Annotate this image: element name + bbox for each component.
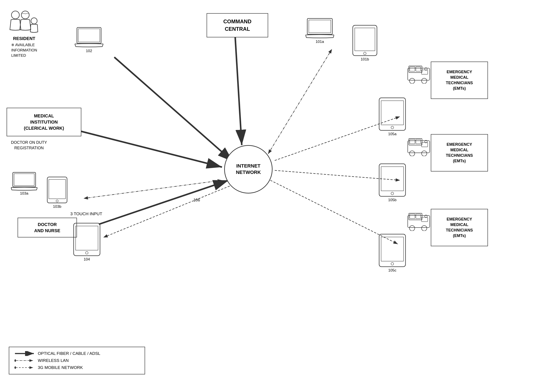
svg-rect-19 <box>13 172 36 187</box>
svg-line-4 <box>114 57 233 162</box>
label-102: 102 <box>86 49 92 53</box>
legend-line-3g <box>15 365 34 370</box>
internet-network-label: INTERNET NETWORK <box>225 163 272 175</box>
laptop-103a-icon <box>11 171 37 191</box>
diagram-container: INTERNET NETWORK COMMAND CENTRAL RESIDEN… <box>0 0 542 392</box>
svg-rect-39 <box>381 237 404 261</box>
svg-rect-17 <box>77 27 101 43</box>
svg-point-26 <box>86 251 88 254</box>
resident-sublabel: ※ AVAILABLEINFORMATIONLIMITED <box>11 43 37 58</box>
svg-point-14 <box>11 11 19 19</box>
emt-van-1-icon <box>406 64 433 84</box>
touch-input-label: 3 TOUCH INPUT <box>70 211 102 217</box>
tablet-105c: 105c <box>378 233 406 273</box>
tablet-105c-icon <box>378 233 406 268</box>
laptop-102: 102 <box>75 26 103 53</box>
tablet-105b-icon <box>378 163 406 198</box>
internet-network-circle: INTERNET NETWORK <box>224 145 272 193</box>
svg-rect-32 <box>379 98 406 130</box>
emt-box-1: EMERGENCYMEDICALTECHNICIANS(EMTs) <box>431 62 488 99</box>
svg-point-44 <box>422 78 427 84</box>
svg-line-5 <box>79 131 222 167</box>
svg-rect-47 <box>422 70 428 74</box>
svg-rect-25 <box>76 226 98 250</box>
laptop-101a-icon <box>305 18 334 40</box>
svg-point-16 <box>31 18 37 24</box>
svg-rect-20 <box>14 174 34 185</box>
tablet-101b: 101b <box>352 24 378 62</box>
resident-icon-area: RESIDENT ※ AVAILABLEINFORMATIONLIMITED <box>7 9 42 58</box>
doctor-nurse-label: DOCTORAND NURSE <box>34 221 60 234</box>
laptop-102-icon <box>75 26 103 48</box>
legend-line-optical <box>15 351 34 356</box>
svg-rect-28 <box>309 20 331 33</box>
svg-line-12 <box>103 185 233 237</box>
emt-box-3: EMERGENCYMEDICALTECHNICIANS(EMTs) <box>431 209 488 246</box>
legend-box: OPTICAL FIBER / CABLE / ADSL WIRELESS <box>9 347 145 374</box>
tablet-105a: 105a <box>378 97 406 136</box>
svg-rect-24 <box>74 223 100 256</box>
medical-institution-label: MEDICALINSTITUTION(CLERICAL WORK) <box>24 113 64 131</box>
doctor-nurse-box: DOCTORAND NURSE <box>18 218 77 237</box>
laptop-103a: 103a <box>11 171 37 196</box>
svg-point-52 <box>422 151 427 156</box>
svg-line-13 <box>88 180 222 198</box>
legend-label-optical: OPTICAL FIBER / CABLE / ADSL <box>38 351 100 356</box>
medical-institution-box: MEDICALINSTITUTION(CLERICAL WORK) <box>7 108 81 136</box>
emt-label-2: EMERGENCYMEDICALTECHNICIANS(EMTs) <box>446 142 473 164</box>
label-101a: 101a <box>316 40 324 44</box>
svg-rect-36 <box>381 167 404 191</box>
svg-rect-63 <box>422 217 428 222</box>
svg-rect-29 <box>353 25 377 56</box>
svg-point-31 <box>363 52 366 55</box>
legend-label-wireless: WIRELESS LAN <box>38 358 69 363</box>
svg-point-23 <box>56 200 58 202</box>
svg-point-15 <box>21 11 29 19</box>
legend-item-wireless: WIRELESS LAN <box>15 358 139 363</box>
emt-van-2-icon <box>406 136 433 157</box>
command-central-label: COMMAND CENTRAL <box>211 18 264 33</box>
label-103a: 103a <box>20 191 28 196</box>
svg-rect-45 <box>410 67 415 71</box>
command-central-box: COMMAND CENTRAL <box>207 13 268 37</box>
label-105c: 105c <box>388 268 396 273</box>
emt-van-3-icon <box>406 211 433 232</box>
tablet-101b-icon <box>352 24 378 57</box>
svg-rect-61 <box>410 214 415 218</box>
svg-point-51 <box>409 151 415 156</box>
svg-point-40 <box>391 262 394 265</box>
network-arrows-svg <box>0 0 542 392</box>
label-105b: 105b <box>388 198 396 202</box>
svg-rect-38 <box>379 234 406 267</box>
svg-line-8 <box>268 53 330 154</box>
tablet-103b: 103b <box>46 176 68 209</box>
svg-rect-46 <box>416 67 421 71</box>
legend-line-wireless <box>15 358 34 363</box>
svg-rect-53 <box>410 139 415 144</box>
emt-box-2: EMERGENCYMEDICALTECHNICIANS(EMTs) <box>431 134 488 171</box>
svg-point-34 <box>391 126 394 129</box>
label-104: 104 <box>84 257 90 262</box>
emt-label-1: EMERGENCYMEDICALTECHNICIANS(EMTs) <box>446 69 473 92</box>
resident-label: RESIDENT <box>13 36 35 41</box>
tablet-104-icon <box>73 222 101 257</box>
legend-item-3g: 3G MOBILE NETWORK <box>15 365 139 370</box>
svg-rect-55 <box>422 142 428 147</box>
doctor-duty-label: DOCTOR ON DUTYREGISTRATION <box>11 140 47 151</box>
label-101b: 101b <box>361 57 369 62</box>
svg-point-43 <box>409 78 415 84</box>
tablet-104: 104 <box>73 222 101 262</box>
svg-rect-22 <box>49 180 65 199</box>
label-105a: 105a <box>388 132 396 136</box>
legend-label-3g: 3G MOBILE NETWORK <box>38 365 83 370</box>
svg-point-59 <box>409 226 415 231</box>
emt-label-3: EMERGENCYMEDICALTECHNICIANS(EMTs) <box>446 217 473 239</box>
laptop-101a: 101a <box>305 18 334 44</box>
tablet-105a-icon <box>378 97 406 132</box>
tablet-103b-icon <box>46 176 68 204</box>
svg-rect-33 <box>381 101 404 125</box>
svg-rect-54 <box>416 139 421 144</box>
svg-line-7 <box>235 37 242 145</box>
svg-point-60 <box>422 226 427 231</box>
legend-item-optical: OPTICAL FIBER / CABLE / ADSL <box>15 351 139 356</box>
